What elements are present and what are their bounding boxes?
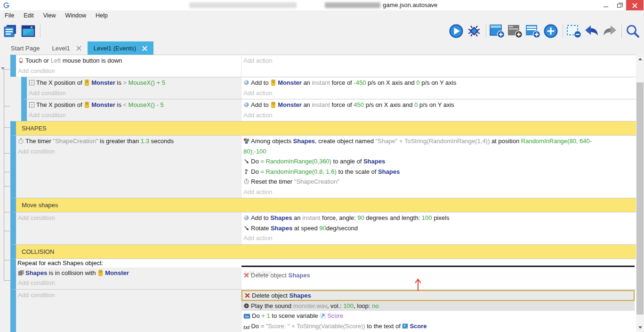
conditions-cell[interactable]: Shapes is in collision with MonsterAdd c…: [16, 267, 241, 289]
toolbar-open-project-list-button[interactable]: [2, 22, 20, 40]
menu-help[interactable]: Help: [91, 10, 113, 21]
position-icon: [29, 80, 35, 86]
toolbar-undo-button[interactable]: [583, 22, 601, 40]
text-segment: , vol.:: [327, 302, 344, 309]
tab-close-icon[interactable]: [142, 46, 147, 51]
action-row[interactable]: VarDo + 1 to scene variable Score: [242, 311, 636, 321]
text-segment: Monster: [278, 101, 302, 108]
tab-start-page[interactable]: Start Page: [5, 41, 46, 55]
action-row[interactable]: Play the sound monster.wav, vol.: 100, l…: [242, 301, 635, 311]
text-segment: Shapes: [270, 214, 292, 221]
condition-row[interactable]: The timer "ShapeCreation" is greater tha…: [16, 136, 241, 146]
actions-cell[interactable]: Delete object ShapesPlay the sound monst…: [241, 290, 636, 332]
text-segment: Monster: [91, 101, 115, 108]
text-segment: Shapes: [25, 269, 47, 276]
add-condition-placeholder[interactable]: Add condition: [16, 146, 241, 157]
menu-view[interactable]: View: [39, 10, 61, 21]
tab-level1[interactable]: Level1: [46, 41, 87, 55]
menu-window[interactable]: Window: [61, 10, 91, 21]
add-condition-placeholder[interactable]: Add condition: [16, 278, 241, 288]
action-row[interactable]: Add to Monster an instant force of -450 …: [242, 78, 636, 88]
actions-cell[interactable]: Add action: [241, 55, 636, 77]
mouse-icon: [18, 57, 24, 64]
action-row[interactable]: Add to Monster an instant force of 450 p…: [242, 100, 636, 110]
minimize-button[interactable]: [599, 0, 612, 10]
vertical-scrollbar[interactable]: [636, 55, 644, 332]
conditions-cell[interactable]: Add condition: [16, 212, 241, 244]
comment-event[interactable]: Move shapes: [10, 198, 636, 212]
actions-cell[interactable]: Add to Monster an instant force of 450 p…: [241, 99, 636, 121]
action-row[interactable]: Rotate Shapes at speed 90deg/second: [242, 223, 636, 234]
action-row[interactable]: Among objects Shapes, create object name…: [242, 136, 636, 156]
menu-edit[interactable]: Edit: [19, 10, 39, 21]
menu-file[interactable]: File: [0, 10, 19, 21]
add-action-placeholder[interactable]: Add action: [242, 88, 636, 98]
close-button[interactable]: [626, 0, 644, 10]
toolbar-add-circle-button[interactable]: [542, 22, 560, 40]
comment-event[interactable]: COLLISION: [10, 244, 636, 259]
text-segment: p/s on Y axis: [418, 101, 454, 108]
toolbar-deselect-button[interactable]: [565, 22, 583, 40]
comment-event[interactable]: SHAPES: [10, 121, 636, 135]
add-condition-placeholder[interactable]: Add condition: [27, 88, 241, 98]
add-action-placeholder[interactable]: Add action: [242, 187, 636, 197]
toolbar-redo-button[interactable]: [601, 22, 619, 40]
restore-button[interactable]: [612, 0, 626, 10]
action-row[interactable]: Do = RandomInRange(0.8, 1.6) to the scal…: [242, 167, 636, 177]
action-row[interactable]: Do = RandomInRange(0,360) to angle of Sh…: [242, 156, 636, 167]
add-condition-placeholder[interactable]: Add condition: [16, 213, 241, 223]
add-action-placeholder[interactable]: Add action: [242, 233, 636, 243]
add-condition-placeholder[interactable]: Add condition: [16, 66, 241, 76]
actions-cell[interactable]: Add actionDelete object Shapes: [241, 267, 636, 289]
scroll-up-icon: [638, 58, 642, 60]
condition-row[interactable]: Touch or Left mouse button is down: [16, 56, 241, 66]
conditions-cell[interactable]: The timer "ShapeCreation" is greater tha…: [16, 136, 241, 198]
condition-row[interactable]: The X position of Monster is < MouseX() …: [27, 100, 241, 110]
condition-row[interactable]: The X position of Monster is > MouseX() …: [27, 78, 241, 88]
toolbar-scene-editor-button[interactable]: [20, 22, 38, 40]
event-body: The timer "ShapeCreation" is greater tha…: [16, 136, 636, 198]
scrollbar-thumb[interactable]: [636, 82, 644, 315]
scroll-down-button[interactable]: [636, 324, 644, 331]
actions-cell[interactable]: Among objects Shapes, create object name…: [241, 136, 636, 198]
toolbar-debug-button[interactable]: [466, 22, 483, 40]
monster-icon: [84, 102, 90, 108]
add-action-placeholder[interactable]: Add action: [242, 56, 636, 66]
text-segment: an: [292, 214, 302, 221]
add-condition-placeholder[interactable]: Add condition: [27, 110, 241, 121]
action-row[interactable]: Add to Shapes an instant force, angle: 9…: [242, 213, 636, 223]
tab-level1-events[interactable]: Level1 (Events): [88, 41, 153, 55]
svg-text:Var: Var: [245, 315, 249, 318]
action-row[interactable]: Delete object Shapes: [242, 290, 635, 301]
toolbar-add-subevent-button[interactable]: [524, 22, 542, 40]
add-subevent-icon: [525, 24, 541, 39]
action-row[interactable]: txtDo = "Score: " + ToString(Variable(Sc…: [242, 321, 636, 332]
condition-row[interactable]: Shapes is in collision with Monster: [16, 268, 241, 278]
scroll-up-button[interactable]: [636, 56, 644, 63]
conditions-cell[interactable]: Add condition: [16, 290, 241, 332]
toolbar-play-button[interactable]: [448, 22, 466, 40]
scene-editor-icon: [21, 24, 35, 38]
event-body: The X position of Monster is > MouseX() …: [27, 77, 636, 99]
create-icon: [243, 138, 250, 144]
text-segment: Add condition: [18, 292, 55, 299]
action-row[interactable]: Reset the timer "ShapeCreation": [242, 177, 636, 187]
conditions-cell[interactable]: Touch or Left mouse button is downAdd co…: [16, 55, 241, 77]
toolbar-add-comment-button[interactable]: [507, 22, 524, 40]
add-condition-placeholder[interactable]: Add condition: [16, 290, 241, 300]
toolbar-search-button[interactable]: [624, 22, 642, 40]
actions-cell[interactable]: Add to Shapes an instant force, angle: 9…: [241, 212, 636, 244]
text-segment: to angle of: [331, 158, 363, 165]
tab-close-icon[interactable]: [76, 46, 81, 51]
text-segment: Shapes: [293, 138, 315, 145]
text-segment: Add action: [243, 188, 272, 195]
text-segment: Do: [251, 323, 260, 330]
force-icon: [243, 215, 250, 221]
conditions-cell[interactable]: The X position of Monster is < MouseX() …: [27, 99, 241, 121]
conditions-cell[interactable]: The X position of Monster is > MouseX() …: [27, 77, 241, 99]
toolbar-add-event-button[interactable]: [489, 22, 507, 40]
actions-cell[interactable]: Add to Monster an instant force of -450 …: [241, 77, 636, 99]
add-action-placeholder[interactable]: Add action: [242, 110, 636, 121]
text-segment: Reset the timer: [251, 178, 294, 185]
add-action-placeholder[interactable]: Add action: [242, 268, 636, 278]
